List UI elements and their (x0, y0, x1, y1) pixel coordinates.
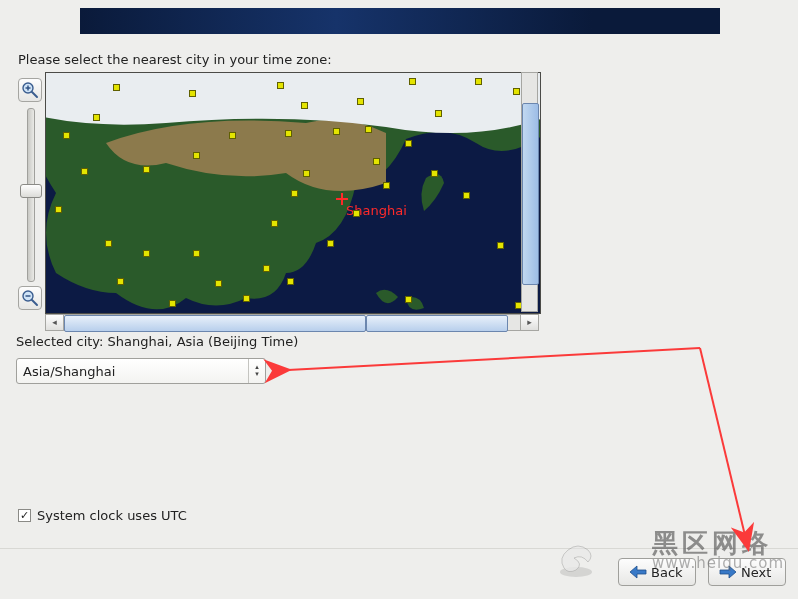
utc-checkbox[interactable]: ✓ (18, 509, 31, 522)
city-dot[interactable] (113, 84, 120, 91)
city-dot[interactable] (189, 90, 196, 97)
arrow-left-icon (629, 565, 647, 579)
city-dot[interactable] (93, 114, 100, 121)
watermark-text: 黑区网络 (652, 530, 784, 556)
svg-line-10 (700, 348, 748, 548)
city-dot[interactable] (105, 240, 112, 247)
scrollbar-thumb[interactable] (366, 315, 508, 332)
timezone-dropdown[interactable]: Asia/Shanghai ▴▾ (16, 358, 266, 384)
city-dot[interactable] (463, 192, 470, 199)
city-dot[interactable] (263, 265, 270, 272)
watermark-icon (554, 534, 598, 578)
header-banner (80, 8, 720, 34)
city-dot[interactable] (229, 132, 236, 139)
watermark: 黑区网络 www.heiqu.com (652, 530, 784, 571)
city-dot[interactable] (513, 88, 520, 95)
city-dot[interactable] (285, 130, 292, 137)
city-dot[interactable] (435, 110, 442, 117)
city-dot[interactable] (143, 166, 150, 173)
city-dot[interactable] (357, 98, 364, 105)
city-dot[interactable] (475, 78, 482, 85)
timezone-map[interactable]: Shanghai (45, 72, 541, 314)
city-dot[interactable] (117, 278, 124, 285)
city-dot[interactable] (497, 242, 504, 249)
timezone-value: Asia/Shanghai (17, 364, 248, 379)
utc-checkbox-label: System clock uses UTC (37, 508, 187, 523)
scrollbar-thumb[interactable] (64, 315, 366, 332)
dropdown-arrows-icon: ▴▾ (248, 359, 265, 383)
city-dot[interactable] (193, 152, 200, 159)
city-dot[interactable] (63, 132, 70, 139)
svg-line-9 (288, 348, 700, 370)
map-horizontal-scrollbar[interactable]: ◂ ▸ (45, 314, 539, 331)
svg-line-5 (32, 300, 37, 305)
city-dot[interactable] (243, 295, 250, 302)
city-dot[interactable] (271, 220, 278, 227)
scroll-right-button[interactable]: ▸ (520, 315, 538, 330)
scrollbar-thumb[interactable] (522, 103, 539, 285)
city-dot[interactable] (55, 206, 62, 213)
city-dot[interactable] (277, 82, 284, 89)
prompt-label: Please select the nearest city in your t… (18, 52, 332, 67)
city-dot[interactable] (215, 280, 222, 287)
city-dot[interactable] (431, 170, 438, 177)
city-dot[interactable] (409, 78, 416, 85)
scroll-left-button[interactable]: ◂ (46, 315, 64, 330)
city-dot[interactable] (143, 250, 150, 257)
selected-city-label: Selected city: Shanghai, Asia (Beijing T… (16, 334, 298, 349)
city-dot[interactable] (405, 140, 412, 147)
city-dot[interactable] (327, 240, 334, 247)
city-dot[interactable] (333, 128, 340, 135)
city-dot[interactable] (193, 250, 200, 257)
city-dot[interactable] (287, 278, 294, 285)
city-dot[interactable] (291, 190, 298, 197)
zoom-in-button[interactable] (18, 78, 42, 102)
city-dot[interactable] (169, 300, 176, 307)
zoom-slider-thumb[interactable] (20, 184, 42, 198)
zoom-in-icon (21, 81, 39, 99)
watermark-url: www.heiqu.com (652, 556, 784, 571)
city-dot[interactable] (353, 210, 360, 217)
zoom-out-button[interactable] (18, 286, 42, 310)
city-dot[interactable] (81, 168, 88, 175)
map-vertical-scrollbar[interactable] (521, 72, 538, 312)
city-dot[interactable] (301, 102, 308, 109)
city-dot[interactable] (303, 170, 310, 177)
city-dot[interactable] (383, 182, 390, 189)
city-dot[interactable] (405, 296, 412, 303)
zoom-out-icon (21, 289, 39, 307)
city-dot[interactable] (365, 126, 372, 133)
svg-line-1 (32, 92, 37, 97)
city-dot[interactable] (373, 158, 380, 165)
